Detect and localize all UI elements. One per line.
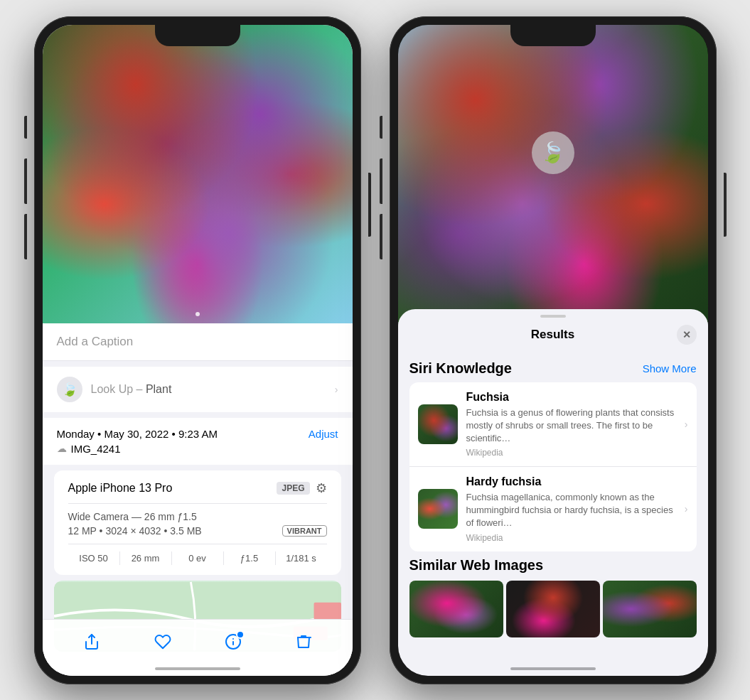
phone-1-content: Add a Caption 🍃 Look Up – Plant › Monday… xyxy=(43,25,353,676)
fuchsia-thumb-image xyxy=(418,404,458,444)
mp-text: 12 MP • 3024 × 4032 • 3.5 MB xyxy=(68,525,202,537)
fuchsia-name: Fuchsia xyxy=(466,391,676,404)
phone-1: Add a Caption 🍃 Look Up – Plant › Monday… xyxy=(34,16,361,684)
similar-image-1[interactable] xyxy=(409,581,503,637)
exif-aperture: ƒ1.5 xyxy=(224,551,276,565)
info-button[interactable] xyxy=(225,633,242,650)
hardy-fuchsia-name: Hardy fuchsia xyxy=(466,475,676,488)
volume-down-button-2 xyxy=(380,214,382,259)
date-section: Monday • May 30, 2022 • 9:23 AM Adjust ☁… xyxy=(43,418,353,465)
hardy-fuchsia-description: Fuchsia magellanica, commonly known as t… xyxy=(466,491,676,530)
camera-specs: Wide Camera — 26 mm ƒ1.5 xyxy=(68,511,327,522)
lookup-row[interactable]: 🍃 Look Up – Plant › xyxy=(43,367,353,412)
home-indicator xyxy=(155,667,240,670)
hardy-fuchsia-thumbnail xyxy=(418,489,458,529)
cloud-icon: ☁ xyxy=(57,443,67,454)
fuchsia-source: Wikipedia xyxy=(466,448,676,458)
results-panel[interactable]: Results ✕ Siri Knowledge Show More xyxy=(398,309,708,676)
filename-row: ☁ IMG_4241 xyxy=(57,443,338,455)
exif-iso: ISO 50 xyxy=(68,551,120,565)
hardy-fuchsia-chevron-icon: › xyxy=(685,503,688,515)
vibrant-badge: VIBRANT xyxy=(282,525,327,537)
knowledge-item-fuchsia[interactable]: Fuchsia Fuchsia is a genus of flowering … xyxy=(409,382,697,468)
volume-up-button xyxy=(24,158,27,204)
close-button[interactable]: ✕ xyxy=(677,325,697,345)
knowledge-card: Fuchsia Fuchsia is a genus of flowering … xyxy=(409,382,697,551)
notch xyxy=(155,25,240,46)
fuchsia-description: Fuchsia is a genus of flowering plants t… xyxy=(466,406,676,446)
device-row: Apple iPhone 13 Pro JPEG ⚙ xyxy=(68,480,327,504)
favorite-button[interactable] xyxy=(154,633,171,650)
results-content[interactable]: Siri Knowledge Show More Fuchsia xyxy=(398,352,708,676)
visual-lookup-icon: 🍃 xyxy=(57,377,82,402)
format-badge: JPEG xyxy=(277,482,309,495)
hardy-fuchsia-text: Hardy fuchsia Fuchsia magellanica, commo… xyxy=(466,475,676,543)
mute-button-2 xyxy=(380,116,382,139)
date-text: Monday • May 30, 2022 • 9:23 AM xyxy=(57,428,218,440)
power-button xyxy=(368,173,371,237)
similar-image-2[interactable] xyxy=(506,581,600,637)
notch-2 xyxy=(510,25,596,46)
home-indicator-2 xyxy=(510,667,596,670)
fuchsia-thumbnail xyxy=(418,404,458,444)
device-name: Apple iPhone 13 Pro xyxy=(68,482,173,495)
power-button-2 xyxy=(724,173,727,237)
svg-rect-2 xyxy=(314,602,341,619)
mute-button xyxy=(24,116,27,139)
phones-container: Add a Caption 🍃 Look Up – Plant › Monday… xyxy=(20,2,731,699)
phone-2-content: 🍃 Results ✕ Siri Knowledge Show More xyxy=(398,25,708,676)
flower-photo-1[interactable] xyxy=(43,25,353,323)
similar-web-images-section: Similar Web Images xyxy=(409,557,697,637)
exif-focal: 26 mm xyxy=(120,551,172,565)
device-section: Apple iPhone 13 Pro JPEG ⚙ Wide Camera —… xyxy=(54,470,341,575)
fuchsia-chevron-icon: › xyxy=(685,419,688,430)
phone-2-screen: 🍃 Results ✕ Siri Knowledge Show More xyxy=(398,25,708,676)
info-badge xyxy=(236,630,245,639)
mp-row: 12 MP • 3024 × 4032 • 3.5 MB VIBRANT xyxy=(68,525,327,537)
chevron-icon: › xyxy=(335,384,338,395)
date-row: Monday • May 30, 2022 • 9:23 AM Adjust xyxy=(57,428,338,440)
exif-ev: 0 ev xyxy=(172,551,224,565)
fuchsia-text: Fuchsia Fuchsia is a genus of flowering … xyxy=(466,391,676,458)
flower-photo-2[interactable]: 🍃 xyxy=(398,25,708,323)
lookup-label: Look Up – Plant xyxy=(91,383,172,396)
filename-text: IMG_4241 xyxy=(71,443,121,455)
results-title: Results xyxy=(429,328,677,342)
share-button[interactable] xyxy=(83,633,100,650)
siri-visual-bubble: 🍃 xyxy=(532,131,574,174)
caption-area[interactable]: Add a Caption xyxy=(43,323,353,361)
exif-shutter: 1/181 s xyxy=(276,551,327,565)
similar-image-3[interactable] xyxy=(603,581,697,637)
siri-knowledge-title: Siri Knowledge xyxy=(409,360,512,377)
siri-knowledge-header: Siri Knowledge Show More xyxy=(409,352,697,382)
camera-row: Wide Camera — 26 mm ƒ1.5 12 MP • 3024 × … xyxy=(68,504,327,537)
knowledge-item-hardy-fuchsia[interactable]: Hardy fuchsia Fuchsia magellanica, commo… xyxy=(409,467,697,551)
caption-placeholder[interactable]: Add a Caption xyxy=(57,335,134,348)
similar-images-grid[interactable] xyxy=(409,581,697,637)
results-header: Results ✕ xyxy=(398,318,708,352)
show-more-button[interactable]: Show More xyxy=(643,362,697,375)
phone-1-screen: Add a Caption 🍃 Look Up – Plant › Monday… xyxy=(43,25,353,676)
delete-button[interactable] xyxy=(296,633,311,650)
settings-icon[interactable]: ⚙ xyxy=(316,480,327,496)
similar-images-title: Similar Web Images xyxy=(409,557,697,574)
hardy-thumb-image xyxy=(418,489,458,529)
volume-down-button xyxy=(24,214,27,259)
volume-up-button-2 xyxy=(380,158,382,204)
adjust-button[interactable]: Adjust xyxy=(309,428,338,440)
hardy-fuchsia-source: Wikipedia xyxy=(466,533,676,543)
exif-row: ISO 50 26 mm 0 ev ƒ1.5 1/181 s xyxy=(68,544,327,565)
siri-leaf-icon: 🍃 xyxy=(540,141,565,164)
phone-2: 🍃 Results ✕ Siri Knowledge Show More xyxy=(390,16,717,684)
